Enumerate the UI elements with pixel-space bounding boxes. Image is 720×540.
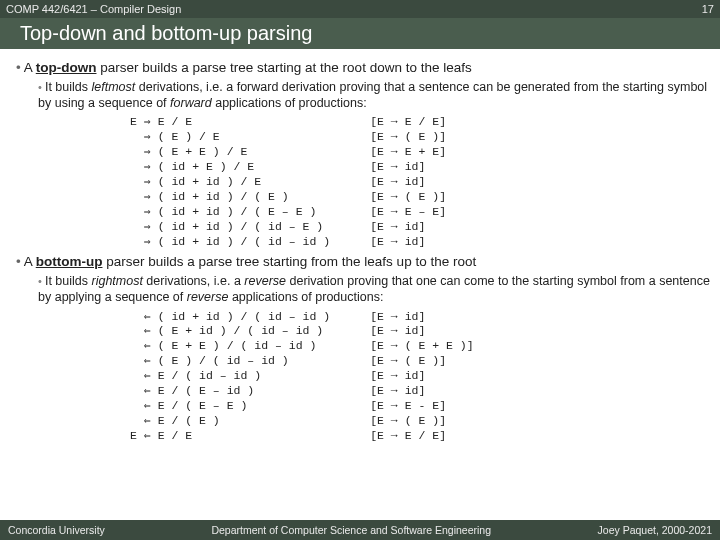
footer-mid: Department of Computer Science and Softw… <box>211 524 491 536</box>
term-bottomup: bottom-up <box>36 254 103 269</box>
text: A <box>24 60 36 75</box>
slide-title: Top-down and bottom-up parsing <box>0 18 720 49</box>
deriv-rules: [E → id] [E → id] [E → ( E + E )] [E → (… <box>370 310 474 444</box>
term-leftmost: leftmost <box>91 80 135 94</box>
subbullet-leftmost: It builds leftmost derivations, i.e. a f… <box>38 79 710 112</box>
course-code: COMP 442/6421 – Compiler Design <box>6 3 181 15</box>
deriv-left: ⇐ ( id + id ) / ( id – id ) ⇐ ( E + id )… <box>130 310 330 444</box>
footer-right: Joey Paquet, 2000-2021 <box>598 524 712 536</box>
bullet-topdown: A top-down parser builds a parse tree st… <box>16 59 710 77</box>
term-reverse1: reverse <box>244 274 286 288</box>
term-topdown: top-down <box>36 60 97 75</box>
derivation-topdown: E ⇒ E / E ⇒ ( E ) / E ⇒ ( E + E ) / E ⇒ … <box>130 115 710 249</box>
text: parser builds a parse tree starting from… <box>102 254 476 269</box>
page-number: 17 <box>702 3 714 15</box>
text: A <box>24 254 36 269</box>
text: applications of productions: <box>212 96 367 110</box>
text: It builds <box>45 274 92 288</box>
deriv-left: E ⇒ E / E ⇒ ( E ) / E ⇒ ( E + E ) / E ⇒ … <box>130 115 330 249</box>
footer-bar: Concordia University Department of Compu… <box>0 520 720 540</box>
subbullet-rightmost: It builds rightmost derivations, i.e. a … <box>38 273 710 306</box>
derivation-bottomup: ⇐ ( id + id ) / ( id – id ) ⇐ ( E + id )… <box>130 310 710 444</box>
text: derivations, i.e. a <box>143 274 244 288</box>
term-reverse2: reverse <box>187 290 229 304</box>
footer-left: Concordia University <box>8 524 105 536</box>
text: parser builds a parse tree starting at t… <box>96 60 471 75</box>
term-forward: forward <box>170 96 212 110</box>
deriv-rules: [E → E / E] [E → ( E )] [E → E + E] [E →… <box>370 115 446 249</box>
header-bar: COMP 442/6421 – Compiler Design 17 <box>0 0 720 18</box>
text: derivations, i.e. a forward derivation p… <box>38 80 707 110</box>
text: It builds <box>45 80 92 94</box>
content: A top-down parser builds a parse tree st… <box>0 49 720 444</box>
term-rightmost: rightmost <box>91 274 142 288</box>
text: applications of productions: <box>228 290 383 304</box>
bullet-bottomup: A bottom-up parser builds a parse tree s… <box>16 253 710 271</box>
